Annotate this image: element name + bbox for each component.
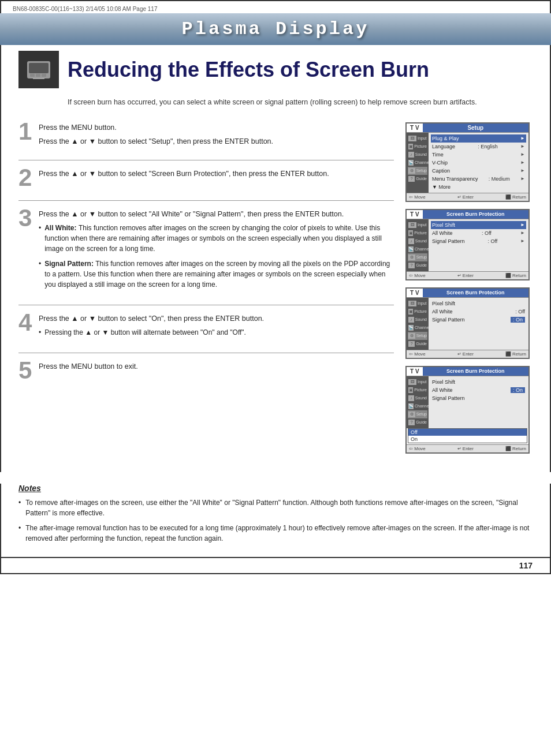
tv-label-1: T V (407, 123, 423, 132)
step-5-content: Press the MENU button to exit. (39, 361, 394, 375)
footer-move-2: ⇦ Move (409, 273, 426, 278)
tv-screen-sbp1: T V Screen Burn Protection 🖼Input ▣Pictu… (405, 209, 530, 280)
sidebar3-picture: ▣Picture (408, 308, 427, 316)
step-3-content: Press the ▲ or ▼ button to select "All W… (39, 209, 394, 294)
notes-item-2: • The after-image removal function has t… (18, 523, 533, 544)
sidebar4-input: 🖼Input (408, 378, 427, 386)
tv-body-1: 🖼Input ▣Picture ♪Sound 📡Channel ⚙Setup ?… (407, 133, 528, 193)
footer-return-4: ⬛ Return (505, 446, 526, 451)
bullet-text-1: All White: This function removes after i… (44, 223, 394, 254)
footer-return-2: ⬛ Return (505, 273, 526, 278)
sidebar3-setup: ⚙Setup (408, 332, 427, 340)
svg-rect-3 (36, 74, 40, 77)
step-2-line-1: Press the ▲ or ▼ button to select "Scree… (39, 169, 394, 179)
sidebar-setup: ⚙Setup (408, 167, 427, 175)
sidebar4-setup: ⚙Setup (408, 410, 427, 418)
step-4-line-1: Press the ▲ or ▼ button to select "On", … (39, 313, 394, 324)
bullet-label-1: All White: (44, 224, 79, 232)
menu-language: Language: English► (431, 143, 526, 151)
tv-footer-4: ⇦ Move ↵ Enter ⬛ Return (407, 444, 528, 452)
step-2-number: 2 (18, 166, 39, 190)
sidebar2-sound: ♪Sound (408, 237, 427, 245)
step-5: 5 Press the MENU button to exit. (18, 361, 394, 383)
footer-return-1: ⬛ Return (505, 194, 526, 200)
step-3-line-1: Press the ▲ or ▼ button to select "All W… (39, 209, 394, 220)
menu2-allwhite: All White: Off► (431, 229, 526, 237)
step-4-number: 4 (18, 310, 39, 335)
sidebar2-picture: ▣Picture (408, 229, 427, 237)
menu-time: Time► (431, 151, 526, 159)
hand-icon (24, 55, 53, 84)
sidebar-input: 🖼Input (408, 134, 427, 143)
bullet-dot-3: • (39, 327, 41, 338)
step-5-line-1: Press the MENU button to exit. (39, 361, 394, 372)
page-title: Reducing the Effects of Screen Burn (68, 58, 429, 82)
tv-screen-sbp2: T V Screen Burn Protection 🖼Input ▣Pictu… (405, 287, 530, 359)
sidebar-sound: ♪Sound (408, 151, 427, 159)
sidebar-channel: 📡Channel (408, 159, 427, 167)
sidebar3-channel: 📡Channel (408, 324, 427, 332)
notes-bullet-1: • (18, 497, 21, 518)
sidebar4-picture: ▣Picture (408, 386, 427, 394)
footer-enter-3: ↵ Enter (457, 351, 474, 357)
tv-main-2: Pixel Shift► All White: Off► Signal Patt… (429, 219, 528, 271)
footer-enter-4: ↵ Enter (457, 446, 474, 451)
menu2-pixel: Pixel Shift► (431, 221, 526, 229)
footer-move-3: ⇦ Move (409, 351, 426, 357)
header-bar: Plasma Display (0, 13, 551, 45)
step-4-content: Press the ▲ or ▼ button to select "On", … (39, 313, 394, 342)
tv-screen-sbp1-header: T V Screen Burn Protection (407, 210, 528, 219)
tv-screen-setup-header: T V Setup (407, 123, 528, 133)
sidebar3-sound: ♪Sound (408, 316, 427, 324)
step-3-divider (18, 305, 394, 305)
menu-plug-play: Plug & Play► (431, 134, 526, 143)
tv-body-3: 🖼Input ▣Picture ♪Sound 📡Channel ⚙Setup ?… (407, 298, 528, 350)
tv-main-4: Pixel Shift All White : On Signal Patter… (429, 376, 528, 428)
sidebar4-sound: ♪Sound (408, 394, 427, 402)
dropdown-on: On (408, 436, 527, 443)
tv-screen-sbp2-header: T V Screen Burn Protection (407, 289, 528, 298)
menu-vchip: V-Chip► (431, 159, 526, 167)
step-3: 3 Press the ▲ or ▼ button to select "All… (18, 209, 394, 294)
menu2-signal: Signal Pattern: Off► (431, 237, 526, 245)
step-4: 4 Press the ▲ or ▼ button to select "On"… (18, 313, 394, 342)
step-1-number: 1 (18, 119, 39, 144)
menu3-allwhite: All White: Off (431, 308, 526, 316)
footer-enter-1: ↵ Enter (457, 194, 474, 200)
steps-area: 1 Press the MENU button. Press the ▲ or … (18, 122, 533, 461)
footer-enter-2: ↵ Enter (457, 273, 474, 278)
menu3-pixel: Pixel Shift (431, 300, 526, 308)
step-3-number: 3 (18, 206, 39, 230)
step-2: 2 Press the ▲ or ▼ button to select "Scr… (18, 169, 394, 190)
svg-rect-4 (42, 74, 46, 77)
main-content: Reducing the Effects of Screen Burn If s… (0, 45, 551, 472)
sidebar3-guide: ?Guide (408, 340, 427, 348)
tv-footer-2: ⇦ Move ↵ Enter ⬛ Return (407, 271, 528, 279)
tv-label-3: T V (407, 289, 423, 297)
notes-bullet-2: • (18, 523, 21, 544)
title-icon (18, 51, 59, 88)
tv-label-4: T V (407, 367, 423, 376)
step-1: 1 Press the MENU button. Press the ▲ or … (18, 122, 394, 150)
footer-move-1: ⇦ Move (409, 194, 426, 200)
footer-move-4: ⇦ Move (409, 446, 426, 451)
tv-screen-sbp3-header: T V Screen Burn Protection (407, 367, 528, 376)
notes-text-2: The after-image removal function has to … (25, 523, 533, 544)
title-section: Reducing the Effects of Screen Burn (18, 51, 533, 88)
tv-footer-1: ⇦ Move ↵ Enter ⬛ Return (407, 193, 528, 201)
step-5-number: 5 (18, 358, 39, 383)
menu-transparency: Menu Transparency: Medium► (431, 175, 526, 183)
menu-more: ▼ More (431, 183, 526, 191)
page-border-top (0, 0, 551, 5)
notes-text-1: To remove after-images on the screen, us… (25, 497, 533, 518)
svg-rect-2 (30, 74, 35, 77)
tv-header-sbp1: Screen Burn Protection (423, 210, 528, 219)
steps-left: 1 Press the MENU button. Press the ▲ or … (18, 122, 394, 461)
tv-sidebar-1: 🖼Input ▣Picture ♪Sound 📡Channel ⚙Setup ?… (407, 133, 429, 193)
bullet-text-2: Signal Pattern: This function removes af… (44, 259, 394, 290)
page-footer: 117 (0, 557, 551, 574)
tv-footer-3: ⇦ Move ↵ Enter ⬛ Return (407, 350, 528, 358)
step-4-divider (18, 353, 394, 353)
step-1-line-2: Press the ▲ or ▼ button to select "Setup… (39, 136, 394, 147)
sidebar2-guide: ?Guide (408, 261, 427, 270)
